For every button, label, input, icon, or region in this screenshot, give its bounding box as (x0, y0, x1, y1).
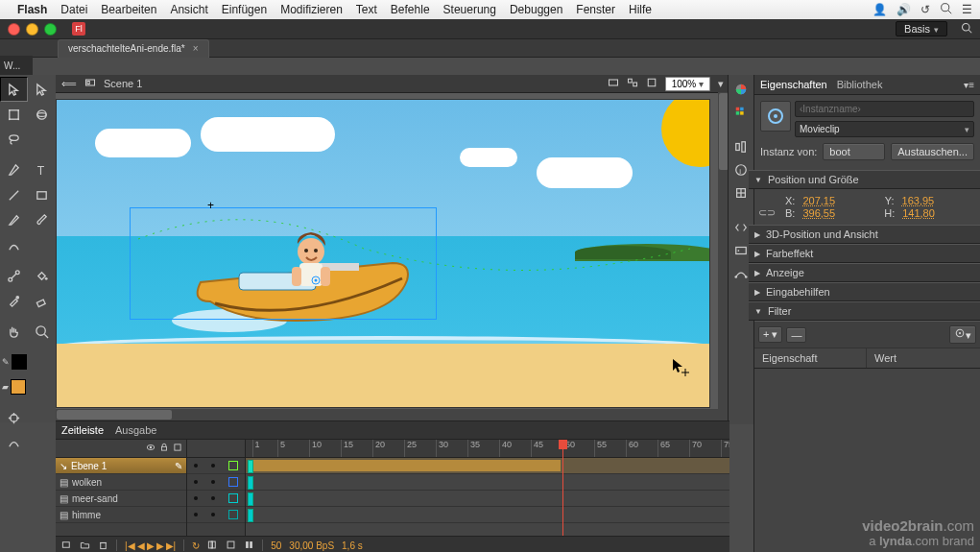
frame-row[interactable] (246, 458, 729, 474)
frame-row[interactable] (246, 491, 729, 507)
workspace-tab[interactable]: W... (0, 56, 33, 75)
prop-width-value[interactable]: 396,55 (802, 207, 876, 219)
zoom-tool[interactable] (28, 319, 56, 344)
align-panel-icon[interactable] (730, 136, 752, 157)
edit-symbols-icon[interactable] (627, 77, 638, 90)
section-position[interactable]: ▼Position und Größe (749, 170, 980, 189)
hand-tool[interactable] (0, 319, 28, 344)
zoom-dropdown[interactable]: 100% ▾ (665, 77, 710, 91)
layer-row[interactable]: ▤ wolken (56, 474, 186, 491)
window-close-button[interactable] (8, 23, 20, 36)
loop-button[interactable]: ↻ (192, 540, 200, 551)
color-panel-icon[interactable] (730, 79, 752, 100)
selection-bounding-box[interactable]: + (130, 207, 437, 320)
tab-ausgabe[interactable]: Ausgabe (115, 424, 156, 436)
app-menu[interactable]: Flash (17, 3, 47, 16)
playhead[interactable] (562, 440, 563, 536)
section-anzeige[interactable]: ▶Anzeige (749, 263, 980, 282)
tray-sync-icon[interactable]: ↺ (920, 3, 930, 16)
tray-menu-icon[interactable]: ☰ (962, 3, 972, 16)
panel-menu-icon[interactable]: ▾ (718, 78, 724, 90)
back-arrow-icon[interactable]: ⟸ (61, 78, 77, 90)
window-zoom-button[interactable] (44, 23, 57, 36)
fill-color-swatch[interactable]: ▰ (0, 374, 28, 399)
stroke-color-swatch[interactable]: ✎ (0, 349, 28, 374)
onion-skin-button[interactable] (207, 540, 218, 552)
tab-eigenschaften[interactable]: Eigenschaften (760, 79, 827, 90)
prev-frame-button[interactable]: ◀ (137, 540, 145, 551)
eyedropper-tool[interactable] (0, 288, 28, 313)
menu-steuerung[interactable]: Steuerung (443, 3, 496, 16)
subselection-tool[interactable] (28, 77, 56, 102)
paint-bucket-tool[interactable] (28, 263, 56, 288)
tray-user-icon[interactable]: 👤 (872, 3, 887, 16)
stage-scrollbar-horizontal[interactable] (56, 409, 729, 420)
close-icon[interactable]: × (193, 43, 199, 54)
swap-button[interactable]: Austauschen... (891, 143, 974, 160)
selection-tool[interactable] (0, 77, 28, 102)
first-frame-button[interactable]: |◀ (125, 540, 135, 551)
fps-value[interactable]: 30,00 BpS (289, 540, 334, 551)
menu-einfuegen[interactable]: Einfügen (222, 3, 267, 16)
outline-column-icon[interactable] (173, 443, 182, 454)
pencil-tool[interactable] (0, 207, 28, 232)
layer-row[interactable]: ↘ Ebene 1 ✎ (56, 458, 186, 474)
frame-row[interactable] (246, 474, 729, 491)
play-button[interactable]: ▶ (147, 540, 155, 551)
section-farbeffekt[interactable]: ▶Farbeffekt (749, 244, 980, 263)
menu-ansicht[interactable]: Ansicht (170, 3, 207, 16)
free-transform-tool[interactable] (0, 102, 28, 127)
new-layer-button[interactable] (61, 540, 72, 552)
delete-layer-button[interactable] (98, 540, 108, 552)
frame-ruler[interactable]: 15101520253035404550556065707580 (246, 440, 729, 458)
panel-search-icon[interactable] (961, 22, 972, 36)
section-filter[interactable]: ▼Filter (749, 301, 980, 321)
tab-zeitleiste[interactable]: Zeitleiste (61, 424, 104, 436)
line-tool[interactable] (0, 182, 28, 207)
snap-option[interactable] (0, 405, 28, 430)
tab-bibliothek[interactable]: Bibliothek (837, 79, 883, 90)
onion-skin-outlines-button[interactable] (226, 540, 236, 552)
tray-search-icon[interactable] (940, 2, 952, 17)
visibility-column-icon[interactable] (146, 443, 155, 454)
rectangle-tool[interactable] (28, 182, 56, 207)
current-frame-value[interactable]: 50 (271, 540, 281, 551)
lock-column-icon[interactable] (159, 443, 169, 454)
menu-hilfe[interactable]: Hilfe (629, 3, 652, 16)
eraser-tool[interactable] (28, 288, 56, 313)
section-3d[interactable]: ▶3D-Position und Ansicht (749, 225, 980, 244)
layer-row[interactable]: ▤ meer-sand (56, 491, 186, 507)
lock-aspect-icon[interactable]: ⊂⊃ (758, 206, 776, 219)
menu-debuggen[interactable]: Debuggen (510, 3, 562, 16)
menu-modifizieren[interactable]: Modifizieren (280, 3, 343, 16)
layer-row[interactable]: ▤ himme (56, 507, 186, 523)
menu-bearbeiten[interactable]: Bearbeiten (101, 3, 156, 16)
last-frame-button[interactable]: ▶| (166, 540, 177, 551)
panel-options-icon[interactable]: ▾≡ (964, 80, 974, 90)
menu-text[interactable]: Text (356, 3, 377, 16)
text-tool[interactable]: T (28, 157, 56, 182)
edit-multiple-frames-button[interactable] (244, 540, 254, 552)
next-frame-button[interactable]: ▶ (156, 540, 164, 551)
filter-options-button[interactable]: ▾ (949, 325, 976, 344)
tray-volume-icon[interactable]: 🔊 (896, 3, 911, 16)
bone-tool[interactable] (0, 263, 28, 288)
frame-row[interactable] (246, 507, 729, 523)
brush-tool[interactable] (28, 207, 56, 232)
menu-datei[interactable]: Datei (60, 3, 87, 16)
deco-tool[interactable] (0, 232, 28, 257)
section-eingabehilfen[interactable]: ▶Eingabehilfen (749, 282, 980, 301)
smooth-option[interactable] (0, 430, 28, 455)
stage-settings-icon[interactable] (646, 77, 657, 90)
window-minimize-button[interactable] (26, 23, 38, 36)
prop-x-value[interactable]: 207,15 (802, 195, 876, 206)
edit-scene-icon[interactable] (608, 77, 619, 90)
swatches-panel-icon[interactable] (730, 102, 752, 123)
document-tab[interactable]: verschachtelteAni-ende.fla* × (58, 39, 209, 58)
menu-fenster[interactable]: Fenster (576, 3, 615, 16)
workspace-switcher[interactable]: Basis▾ (896, 21, 947, 36)
new-folder-button[interactable] (80, 540, 90, 552)
3d-rotation-tool[interactable] (28, 102, 56, 127)
menu-befehle[interactable]: Befehle (391, 3, 430, 16)
scene-name[interactable]: Scene 1 (104, 78, 142, 89)
